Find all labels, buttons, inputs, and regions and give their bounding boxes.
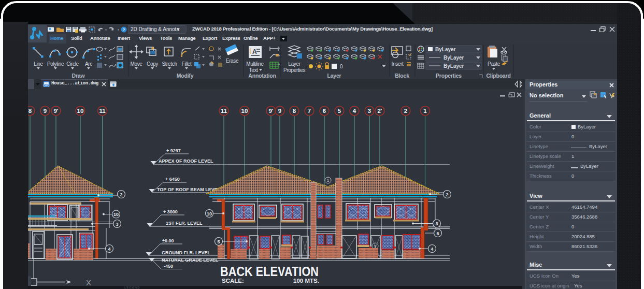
svg-text:6: 6 [436, 231, 439, 236]
svg-text:4: 4 [431, 247, 433, 252]
svg-text:10: 10 [113, 212, 119, 217]
svg-text:Insert: Insert [392, 61, 404, 67]
svg-text:3: 3 [116, 222, 118, 227]
svg-text:GROUND FLR. LEVEL: GROUND FLR. LEVEL [162, 250, 211, 255]
svg-text:5: 5 [338, 108, 341, 114]
svg-text:Fillet: Fillet [181, 61, 192, 67]
svg-text:10: 10 [77, 108, 84, 114]
svg-text:Move: Move [130, 61, 142, 67]
svg-text:8: 8 [293, 108, 296, 114]
svg-text:A: A [252, 48, 257, 55]
svg-text:BACK ELEVATION: BACK ELEVATION [220, 264, 319, 279]
svg-text:Stretch: Stretch [162, 61, 177, 67]
svg-text:Layer: Layer [288, 61, 300, 67]
svg-text:4: 4 [108, 247, 110, 252]
svg-text:9': 9' [53, 108, 58, 114]
svg-text:ByLayer: ByLayer [435, 47, 456, 52]
svg-text:NATURAL GRADE LEVEL: NATURAL GRADE LEVEL [162, 257, 219, 263]
svg-text:7: 7 [308, 108, 311, 114]
svg-text:Clipboard: Clipboard [486, 73, 510, 79]
svg-text:Block: Block [395, 73, 409, 79]
svg-text:3: 3 [368, 108, 371, 114]
svg-text:ByLayer: ByLayer [443, 55, 464, 61]
svg-text:2': 2' [377, 108, 382, 114]
svg-text:10: 10 [241, 108, 248, 114]
svg-text:9': 9' [268, 108, 273, 114]
svg-text:8: 8 [28, 108, 32, 114]
svg-text:11: 11 [221, 108, 227, 114]
svg-text:Annotation: Annotation [248, 73, 276, 79]
svg-text:+ 6450: + 6450 [165, 177, 180, 182]
svg-text:5: 5 [217, 239, 220, 244]
svg-text:6: 6 [323, 108, 326, 114]
svg-text:4: 4 [353, 108, 356, 114]
svg-text:11: 11 [99, 108, 106, 114]
svg-text:Copy: Copy [147, 61, 158, 67]
svg-text:?: ? [123, 27, 125, 32]
svg-text:Paste: Paste [488, 61, 500, 67]
svg-text:-450: -450 [164, 264, 173, 269]
svg-text:Circle: Circle [66, 61, 79, 67]
svg-text:1ST FLR. LEVEL: 1ST FLR. LEVEL [166, 221, 203, 226]
svg-text:Properties: Properties [283, 67, 305, 73]
svg-text:X: X [86, 278, 91, 286]
svg-text:Polyline: Polyline [47, 61, 64, 67]
svg-text:ByLayer: ByLayer [443, 63, 464, 69]
svg-text:Arc: Arc [85, 61, 92, 67]
svg-text:2: 2 [404, 108, 407, 114]
svg-text:1: 1 [327, 178, 329, 183]
svg-text:9: 9 [44, 108, 47, 114]
svg-text:9: 9 [278, 108, 281, 114]
svg-text:2: 2 [446, 192, 448, 197]
svg-text:9: 9 [374, 244, 376, 249]
svg-text:SCALE:: SCALE: [222, 278, 244, 284]
svg-text:Erase: Erase [226, 58, 239, 64]
svg-text:TOP OF ROOF BEAM LEVEL: TOP OF ROOF BEAM LEVEL [157, 187, 221, 192]
svg-text:Line: Line [34, 61, 43, 67]
svg-text:1: 1 [423, 108, 427, 114]
svg-text:±0.00: ±0.00 [162, 238, 174, 243]
svg-text:+ 3000: + 3000 [163, 209, 178, 214]
svg-text:2: 2 [120, 192, 122, 197]
svg-text:Text: Text [249, 67, 259, 73]
svg-text:0: 0 [340, 64, 343, 69]
svg-text:DWG: DWG [43, 84, 49, 87]
svg-text:3: 3 [435, 221, 438, 226]
svg-text:Layer: Layer [327, 73, 341, 79]
svg-text:Properties: Properties [436, 73, 462, 79]
svg-text:Modify: Modify [177, 73, 194, 79]
svg-text:+ 9297: + 9297 [166, 148, 181, 153]
svg-text:APPEX OF ROOF LEVEL: APPEX OF ROOF LEVEL [159, 158, 213, 164]
svg-text:Draw: Draw [72, 73, 85, 79]
svg-text:Multiline: Multiline [246, 61, 264, 67]
svg-text:100 MTS.: 100 MTS. [293, 278, 319, 284]
svg-text:10: 10 [207, 211, 212, 216]
